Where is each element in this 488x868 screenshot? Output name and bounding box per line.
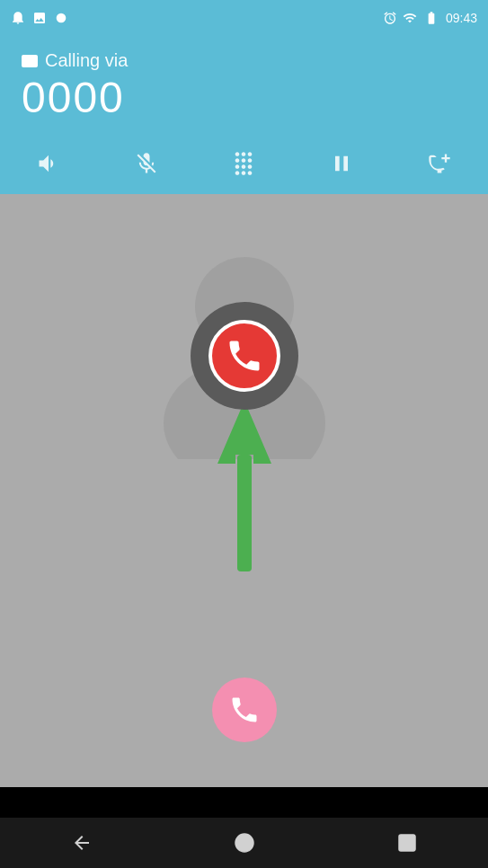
- app-icon: [54, 11, 68, 25]
- dialpad-icon: [231, 151, 256, 176]
- recents-button[interactable]: [380, 825, 434, 861]
- add-call-button[interactable]: [427, 151, 452, 176]
- status-icons-left: [11, 11, 68, 25]
- dialpad-button[interactable]: [231, 151, 256, 176]
- svg-marker-4: [217, 401, 271, 464]
- notification-icon: [11, 11, 25, 25]
- battery-icon: [422, 11, 440, 25]
- mute-icon: [134, 151, 159, 176]
- status-bar: 09:43: [0, 0, 488, 36]
- image-icon: [32, 11, 47, 25]
- calling-via-text: Calling via: [45, 50, 128, 71]
- time-display: 09:43: [446, 11, 477, 25]
- home-icon: [234, 832, 255, 854]
- end-call-inner: [209, 320, 280, 392]
- svg-rect-3: [237, 455, 252, 571]
- hold-icon: [329, 151, 354, 176]
- call-area: [0, 194, 488, 787]
- phone-number: 0000: [22, 75, 466, 122]
- nav-bar: [0, 818, 488, 868]
- home-button[interactable]: [217, 825, 271, 861]
- signal-icon: [403, 11, 417, 25]
- answer-button[interactable]: [212, 678, 277, 742]
- sim-icon: [22, 55, 38, 67]
- call-header: Calling via 0000: [0, 36, 488, 144]
- speaker-icon: [36, 151, 61, 176]
- svg-point-0: [57, 13, 67, 23]
- svg-rect-6: [399, 835, 415, 851]
- phone-answer-icon: [228, 694, 261, 726]
- call-controls: [0, 144, 488, 194]
- back-icon: [71, 832, 93, 854]
- hold-button[interactable]: [329, 151, 354, 176]
- alarm-icon: [383, 11, 397, 25]
- status-icons-right: 09:43: [383, 11, 477, 25]
- speaker-button[interactable]: [36, 151, 61, 176]
- calling-via-container: Calling via: [22, 50, 466, 71]
- svg-point-5: [235, 834, 253, 852]
- recents-icon: [396, 832, 418, 854]
- phone-end-icon: [225, 336, 264, 376]
- back-button[interactable]: [55, 825, 109, 861]
- end-call-button[interactable]: [191, 302, 298, 410]
- mute-button[interactable]: [134, 151, 159, 176]
- green-arrow: [217, 401, 271, 580]
- add-call-icon: [427, 151, 452, 176]
